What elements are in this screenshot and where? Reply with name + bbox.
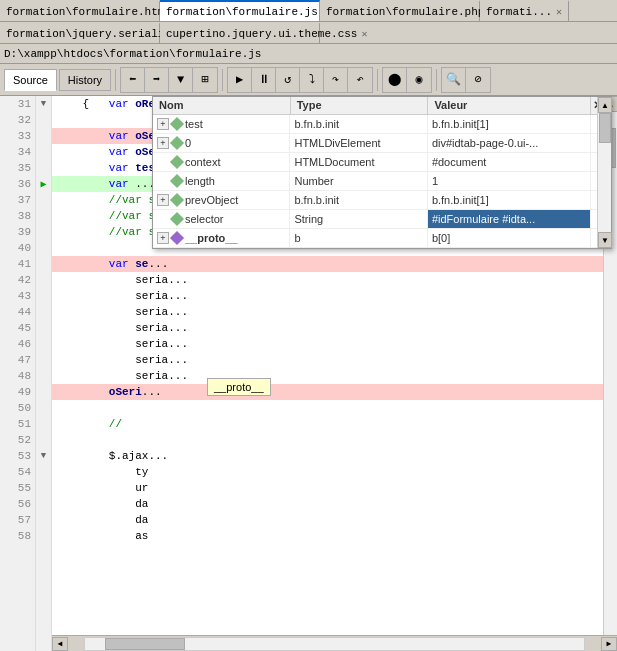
cell-length-value: 1	[428, 172, 591, 190]
tab-formulaire-html[interactable]: formation\formulaire.html ✕	[0, 0, 160, 22]
col-valeur: Valeur	[428, 97, 591, 114]
line-num-55: 55	[0, 480, 35, 496]
gutter-cell-58	[36, 528, 51, 544]
cell-prev-nom: + prevObject	[153, 191, 290, 209]
h-scroll-left[interactable]: ◀	[52, 637, 68, 651]
expand-icon[interactable]: +	[157, 137, 169, 149]
gutter-cell-35	[36, 160, 51, 176]
diamond-icon	[170, 212, 184, 226]
inspect-btn[interactable]: 🔍	[442, 68, 466, 92]
code-area[interactable]: { var oReturn = {}; var oSerialData = $(…	[52, 96, 617, 651]
popup-row-0[interactable]: + 0 HTMLDivElement div#idtab-page-0.ui-.…	[153, 134, 611, 153]
scroll-down-arrow[interactable]: ▼	[598, 232, 612, 248]
cell-prev-type: b.fn.b.init	[290, 191, 427, 209]
reload-btn[interactable]: ↺	[276, 68, 300, 92]
h-scroll-right[interactable]: ▶	[601, 637, 617, 651]
diamond-icon	[170, 155, 184, 169]
line-num-51: 51	[0, 416, 35, 432]
popup-row-proto[interactable]: + __proto__ b b[0] ...	[153, 229, 611, 248]
toolbar: Source History ⬅ ➡ ▼ ⊞ ▶ ⏸ ↺ ⤵ ↷ ↶ ⬤ ◉ 🔍…	[0, 64, 617, 96]
proto-tooltip: __proto__	[207, 378, 271, 396]
line-num-34: 34	[0, 144, 35, 160]
scroll-thumb[interactable]	[599, 113, 611, 143]
gutter-cell-36[interactable]: ▶	[36, 176, 51, 192]
code-line-48: seria...	[52, 368, 617, 384]
run-btn[interactable]: ▶	[228, 68, 252, 92]
tab-bar-second: formation\jquery.serializeanything.js ✕ …	[0, 22, 617, 44]
code-line-46: seria...	[52, 336, 617, 352]
popup-row-selector[interactable]: selector String #idFormulaire #idta... .…	[153, 210, 611, 229]
diamond-icon	[170, 136, 184, 150]
expand-icon[interactable]: +	[157, 232, 169, 244]
cell-test-value: b.fn.b.init[1]	[428, 115, 591, 133]
code-line-41: var se...	[52, 256, 617, 272]
code-line-56: da	[52, 496, 617, 512]
break-btn[interactable]: ⬤	[383, 68, 407, 92]
tab-serialize[interactable]: formation\jquery.serializeanything.js ✕	[0, 22, 160, 44]
gutter-cell-33	[36, 128, 51, 144]
gutter-cell-53[interactable]: ▼	[36, 448, 51, 464]
tab-label: formation\formulaire.php	[326, 6, 484, 18]
gutter-cell-45	[36, 320, 51, 336]
line-num-44: 44	[0, 304, 35, 320]
code-line-51: //	[52, 416, 617, 432]
popup-row-length[interactable]: length Number 1 ...	[153, 172, 611, 191]
step-btn[interactable]: ⤵	[300, 68, 324, 92]
code-line-58: as	[52, 528, 617, 544]
gutter-cell-52	[36, 432, 51, 448]
line-num-35: 35	[0, 160, 35, 176]
toolbar-group-4: 🔍 ⊘	[441, 67, 491, 93]
step2-btn[interactable]: ↷	[324, 68, 348, 92]
break2-btn[interactable]: ◉	[407, 68, 431, 92]
cell-test-type: b.fn.b.init	[290, 115, 427, 133]
gutter-cell-57	[36, 512, 51, 528]
expand-icon[interactable]: +	[157, 118, 169, 130]
stop-btn[interactable]: ⏸	[252, 68, 276, 92]
tab-formulaire-js[interactable]: formation\formulaire.js ✕	[160, 0, 320, 22]
h-scrollbar[interactable]	[84, 637, 585, 651]
history-button[interactable]: History	[59, 69, 111, 91]
cell-0-nom: + 0	[153, 134, 290, 152]
popup-row-test[interactable]: + test b.fn.b.init b.fn.b.init[1] ...	[153, 115, 611, 134]
line-num-54: 54	[0, 464, 35, 480]
popup-row-prevobject[interactable]: + prevObject b.fn.b.init b.fn.b.init[1] …	[153, 191, 611, 210]
toolbar-btn-4[interactable]: ⊞	[193, 68, 217, 92]
toolbar-group-2: ▶ ⏸ ↺ ⤵ ↷ ↶	[227, 67, 373, 93]
tab-close-icon[interactable]: ✕	[361, 28, 367, 40]
toolbar-btn-2[interactable]: ➡	[145, 68, 169, 92]
line-num-36: 36	[0, 176, 35, 192]
tab-close-icon[interactable]: ✕	[556, 6, 562, 18]
inspect2-btn[interactable]: ⊘	[466, 68, 490, 92]
line-num-47: 47	[0, 352, 35, 368]
toolbar-btn-1[interactable]: ⬅	[121, 68, 145, 92]
step3-btn[interactable]: ↶	[348, 68, 372, 92]
line-num-43: 43	[0, 288, 35, 304]
line-num-49: 49	[0, 384, 35, 400]
cell-sel-type: String	[290, 210, 427, 228]
line-num-38: 38	[0, 208, 35, 224]
cell-proto-nom: + __proto__	[153, 229, 290, 247]
tab-formati[interactable]: formati... ✕	[480, 0, 569, 22]
tab-cupertino[interactable]: cupertino.jquery.ui.theme.css ✕	[160, 22, 320, 44]
tab-bar-top: formation\formulaire.html ✕ formation\fo…	[0, 0, 617, 22]
expand-icon[interactable]: +	[157, 194, 169, 206]
line-num-32: 32	[0, 112, 35, 128]
h-scroll-thumb[interactable]	[105, 638, 185, 650]
code-line-45: seria...	[52, 320, 617, 336]
line-num-37: 37	[0, 192, 35, 208]
gutter-cell-48	[36, 368, 51, 384]
line-num-33: 33	[0, 128, 35, 144]
toolbar-btn-3[interactable]: ▼	[169, 68, 193, 92]
toolbar-separator	[115, 69, 116, 91]
scroll-up-arrow[interactable]: ▲	[598, 97, 612, 113]
line-num-40: 40	[0, 240, 35, 256]
cell-proto-type: b	[290, 229, 427, 247]
gutter: ▼ ▶ ▼	[36, 96, 52, 651]
code-line-54: ty	[52, 464, 617, 480]
cell-context-value: #document	[428, 153, 591, 171]
popup-scrollbar[interactable]: ▲ ▼	[597, 97, 611, 248]
source-button[interactable]: Source	[4, 69, 57, 91]
gutter-cell-31[interactable]: ▼	[36, 96, 51, 112]
popup-row-context[interactable]: context HTMLDocument #document ...	[153, 153, 611, 172]
tab-formulaire-php[interactable]: formation\formulaire.php ✕	[320, 0, 480, 22]
